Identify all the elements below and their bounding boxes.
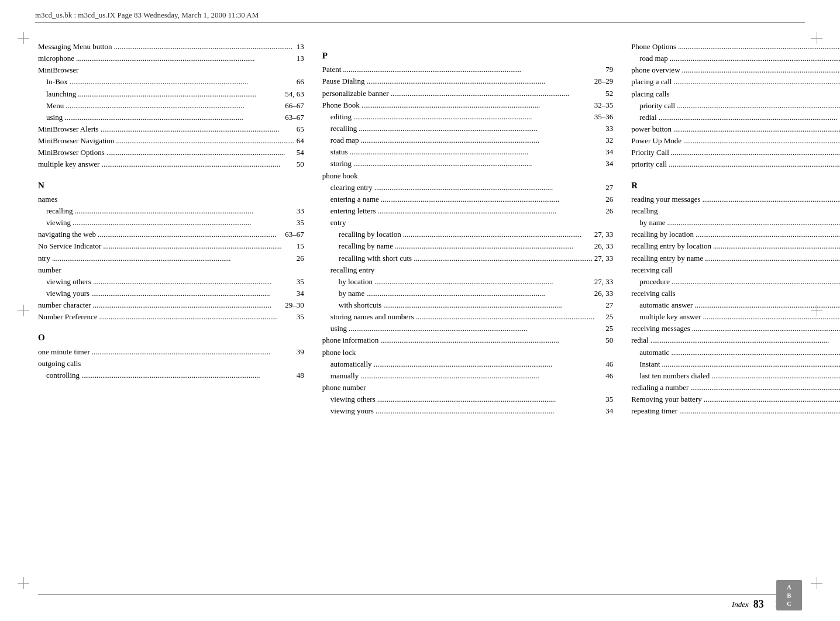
entry-page: 35–36 <box>594 111 614 123</box>
entry-dots: ........................................… <box>91 288 295 299</box>
index-entry: viewing others .........................… <box>38 276 304 288</box>
entry-label: MiniBrowser Options <box>38 147 105 158</box>
entry-label: by name <box>639 217 665 229</box>
index-entry: power button ...........................… <box>631 123 840 135</box>
entry-dots: ........................................… <box>391 88 604 99</box>
entry-dots: ........................................… <box>395 240 593 252</box>
index-entry: road map ...............................… <box>631 53 840 64</box>
abc-b: B <box>787 591 791 599</box>
entry-dots: ........................................… <box>113 41 294 53</box>
index-entry: multiple key answer ....................… <box>38 158 304 170</box>
index-entry: procedure ..............................… <box>631 276 840 288</box>
index-entry: names <box>38 194 304 205</box>
entry-label: recalling <box>46 205 73 217</box>
entry-label: phone book <box>322 170 358 182</box>
entry-label: Patent <box>322 64 342 75</box>
index-entry: recalling ..............................… <box>38 205 304 217</box>
entry-page: 26 <box>605 194 613 205</box>
entry-label: recalling by location <box>339 229 401 240</box>
entry-label: number <box>38 264 61 276</box>
entry-page: 34 <box>605 405 613 417</box>
entry-label: viewing yours <box>46 288 89 299</box>
entry-page: 35 <box>605 394 613 405</box>
index-entry: Messaging Menu button ..................… <box>38 41 304 53</box>
entry-dots: ........................................… <box>692 323 840 334</box>
index-entry: last ten numbers dialed ................… <box>631 370 840 382</box>
entry-label: recalling entry <box>331 264 374 276</box>
index-entry: viewing others .........................… <box>322 394 613 405</box>
entry-dots: ........................................… <box>672 276 840 288</box>
section-letter-o: O <box>38 331 304 344</box>
entry-page: 35 <box>297 311 304 323</box>
entry-dots: ........................................… <box>671 147 840 158</box>
entry-page: 39 <box>297 346 304 358</box>
entry-label: Pause Dialing <box>322 75 365 87</box>
entry-dots: ........................................… <box>374 358 604 370</box>
entry-label: one minute timer <box>38 346 90 358</box>
entry-page: 25 <box>605 311 613 323</box>
entry-dots: ........................................… <box>383 299 604 311</box>
index-entry: Patent .................................… <box>322 64 613 75</box>
corner-mark-bl <box>18 577 29 589</box>
entry-label: recalling entry by location <box>631 240 711 252</box>
index-entry: redialing a number .....................… <box>631 382 840 394</box>
index-entry: multiple key answer ....................… <box>631 311 840 323</box>
index-entry: Phone Book .............................… <box>322 99 613 111</box>
entry-dots: ........................................… <box>381 194 604 205</box>
index-entry: launching ..............................… <box>38 88 304 100</box>
entry-dots: ........................................… <box>696 229 840 240</box>
entry-page: 54, 63 <box>285 88 304 100</box>
entry-dots: ........................................… <box>353 158 604 170</box>
index-entry: redial .................................… <box>631 334 840 346</box>
entry-label: navigating the web <box>38 229 96 240</box>
entry-dots: ........................................… <box>650 334 840 346</box>
entry-label: number character <box>38 299 91 311</box>
abc-a: A <box>787 583 791 591</box>
index-entry: recalling ..............................… <box>322 123 613 134</box>
entry-label: In-Box <box>46 76 68 88</box>
column-2: PPatent ................................… <box>322 41 622 586</box>
entry-dots: ........................................… <box>690 382 840 394</box>
entry-page: 66–67 <box>285 100 304 112</box>
entry-dots: ........................................… <box>106 147 295 158</box>
entry-dots: ........................................… <box>377 205 604 217</box>
index-entry: No Service Indicator ...................… <box>38 240 304 252</box>
entry-page: 46 <box>605 358 613 370</box>
index-entry: Instant ................................… <box>631 358 840 370</box>
section-letter-p: P <box>322 49 613 63</box>
entry-page: 34 <box>605 158 613 170</box>
entry-label: priority call <box>631 158 667 170</box>
entry-label: launching <box>46 88 76 100</box>
index-entry: recalling by name ......................… <box>322 240 613 252</box>
index-entry: Priority Call ..........................… <box>631 147 840 158</box>
header-text: m3cd_us.bk : m3cd_us.IX Page 83 Wednesda… <box>35 11 259 19</box>
index-entry: entering letters .......................… <box>322 205 613 217</box>
section-letter-r: R <box>631 179 840 192</box>
abc-c: C <box>787 599 791 608</box>
index-entry: viewing yours ..........................… <box>38 288 304 299</box>
index-entry: viewing ................................… <box>38 217 304 229</box>
entry-label: MiniBrowser Alerts <box>38 123 99 135</box>
entry-dots: ........................................… <box>659 112 840 123</box>
entry-dots: ........................................… <box>374 182 604 194</box>
index-entry: status .................................… <box>322 146 613 158</box>
entry-dots: ........................................… <box>99 311 294 323</box>
entry-page: 33 <box>605 123 613 134</box>
index-entry: recalling by location ..................… <box>322 229 613 240</box>
entry-dots: ........................................… <box>713 240 840 252</box>
entry-label: controlling <box>46 370 80 381</box>
index-entry: receiving calls <box>631 288 840 299</box>
entry-label: Priority Call <box>631 147 669 158</box>
index-entry: recalling <box>631 205 840 217</box>
index-entry: automatic ..............................… <box>631 347 840 358</box>
index-entry: redial .................................… <box>631 112 840 123</box>
entry-dots: ........................................… <box>662 358 840 370</box>
index-entry: number character .......................… <box>38 299 304 311</box>
index-entry: number <box>38 264 304 276</box>
index-entry: controlling ............................… <box>38 370 304 381</box>
index-entry: recalling with short cuts ..............… <box>322 253 613 264</box>
entry-dots: ........................................… <box>66 100 283 112</box>
entry-label: recalling by name <box>339 240 393 252</box>
entry-page: 13 <box>297 41 304 53</box>
entry-label: storing names and numbers <box>331 311 414 323</box>
